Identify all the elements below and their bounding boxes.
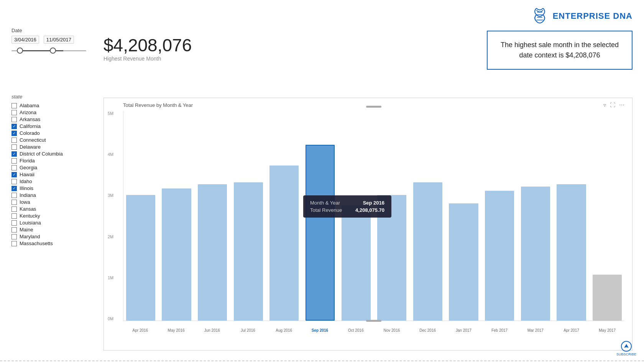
state-checkbox[interactable]	[12, 124, 17, 129]
bar[interactable]	[269, 165, 299, 321]
bar-group[interactable]	[231, 111, 266, 321]
bar-group[interactable]	[518, 111, 553, 321]
state-item[interactable]: Kansas	[12, 206, 100, 212]
state-item[interactable]: California	[12, 123, 100, 129]
kpi-value: $4,208,076	[104, 36, 192, 54]
state-item[interactable]: District of Columbia	[12, 151, 100, 157]
state-checkbox[interactable]	[12, 165, 17, 170]
slider-thumb-left[interactable]	[17, 48, 23, 54]
state-checkbox[interactable]	[12, 151, 17, 157]
state-checkbox[interactable]	[12, 213, 17, 219]
state-checkbox[interactable]	[12, 144, 17, 150]
bar[interactable]	[342, 205, 371, 321]
bar[interactable]	[449, 203, 478, 321]
bar[interactable]	[485, 191, 514, 321]
slider-fill	[20, 50, 63, 51]
state-item[interactable]: Maryland	[12, 234, 100, 239]
state-filter-title: state	[12, 94, 100, 100]
bar[interactable]	[377, 195, 406, 321]
chart-title: Total Revenue by Month & Year	[123, 102, 193, 108]
bar-group[interactable]	[590, 111, 624, 321]
state-item[interactable]: Georgia	[12, 165, 100, 170]
state-name: Maine	[20, 227, 33, 233]
state-name: Iowa	[20, 199, 30, 205]
bar[interactable]	[521, 187, 550, 321]
bar[interactable]	[306, 145, 335, 321]
bar-group[interactable]	[267, 111, 302, 321]
state-name: Connecticut	[20, 137, 46, 143]
x-axis-label: Apr 2017	[554, 328, 589, 333]
bar[interactable]	[413, 182, 442, 321]
state-item[interactable]: Massachusetts	[12, 241, 100, 246]
state-name: District of Columbia	[20, 151, 63, 157]
bar-group[interactable]	[375, 111, 409, 321]
state-checkbox[interactable]	[12, 186, 17, 191]
state-item[interactable]: Louisiana	[12, 220, 100, 226]
state-item[interactable]: Arizona	[12, 110, 100, 115]
state-item[interactable]: Kentucky	[12, 213, 100, 219]
state-item[interactable]: Idaho	[12, 179, 100, 184]
bar-group[interactable]	[159, 111, 194, 321]
state-checkbox[interactable]	[12, 241, 17, 246]
more-icon[interactable]: ⋯	[619, 102, 624, 108]
date-slider[interactable]	[12, 47, 86, 54]
bar-group[interactable]	[123, 111, 158, 321]
state-checkbox[interactable]	[12, 103, 17, 108]
bar[interactable]	[126, 195, 155, 321]
state-name: Colorado	[20, 130, 40, 136]
bar-group[interactable]	[447, 111, 481, 321]
state-name: Georgia	[20, 165, 37, 170]
bar-group[interactable]	[339, 111, 373, 321]
state-checkbox[interactable]	[12, 172, 17, 177]
subscribe-label: SUBSCRIBE	[616, 352, 636, 356]
state-item[interactable]: Maine	[12, 227, 100, 233]
state-item[interactable]: Indiana	[12, 192, 100, 198]
expand-icon[interactable]: ⛶	[610, 102, 615, 108]
bar-group[interactable]	[411, 111, 445, 321]
state-item[interactable]: Colorado	[12, 130, 100, 136]
state-checkbox[interactable]	[12, 206, 17, 212]
state-item[interactable]: Iowa	[12, 199, 100, 205]
date-start[interactable]: 3/04/2016	[12, 36, 39, 44]
bar[interactable]	[557, 184, 586, 321]
bar[interactable]	[234, 182, 263, 321]
x-axis-label: May 2017	[590, 328, 624, 333]
state-item[interactable]: Arkansas	[12, 116, 100, 122]
subscribe-section[interactable]: SUBSCRIBE	[616, 341, 636, 356]
x-axis-label: Nov 2016	[375, 328, 409, 333]
date-inputs: 3/04/2016 11/05/2017	[12, 36, 86, 44]
chart-scroll-top[interactable]	[366, 106, 381, 108]
state-name: Arkansas	[20, 116, 40, 122]
state-checkbox[interactable]	[12, 110, 17, 115]
bar-group[interactable]	[554, 111, 589, 321]
state-checkbox[interactable]	[12, 131, 17, 136]
bar-group[interactable]	[482, 111, 517, 321]
slider-thumb-right[interactable]	[50, 48, 56, 54]
chart-scroll-bottom[interactable]	[366, 320, 381, 322]
filter-icon[interactable]: ▿	[603, 102, 606, 108]
bar-group[interactable]	[303, 111, 337, 321]
state-checkbox[interactable]	[12, 179, 17, 184]
state-item[interactable]: Florida	[12, 158, 100, 164]
state-checkbox[interactable]	[12, 117, 17, 122]
state-checkbox[interactable]	[12, 234, 17, 239]
state-name: Maryland	[20, 234, 40, 239]
state-name: Delaware	[20, 144, 41, 150]
state-item[interactable]: Alabama	[12, 103, 100, 108]
state-checkbox[interactable]	[12, 220, 17, 226]
date-end[interactable]: 11/05/2017	[44, 36, 74, 44]
state-item[interactable]: Delaware	[12, 144, 100, 150]
bar[interactable]	[162, 188, 191, 321]
state-checkbox[interactable]	[12, 138, 17, 143]
bar[interactable]	[198, 184, 227, 321]
state-item[interactable]: Hawaii	[12, 172, 100, 177]
state-checkbox[interactable]	[12, 193, 17, 198]
bar-group[interactable]	[195, 111, 230, 321]
bar[interactable]	[593, 275, 622, 321]
state-item[interactable]: Illinois	[12, 185, 100, 191]
state-checkbox[interactable]	[12, 200, 17, 205]
state-checkbox[interactable]	[12, 227, 17, 233]
state-checkbox[interactable]	[12, 158, 17, 164]
state-item[interactable]: Connecticut	[12, 137, 100, 143]
y-axis-label: 4M	[108, 152, 113, 157]
